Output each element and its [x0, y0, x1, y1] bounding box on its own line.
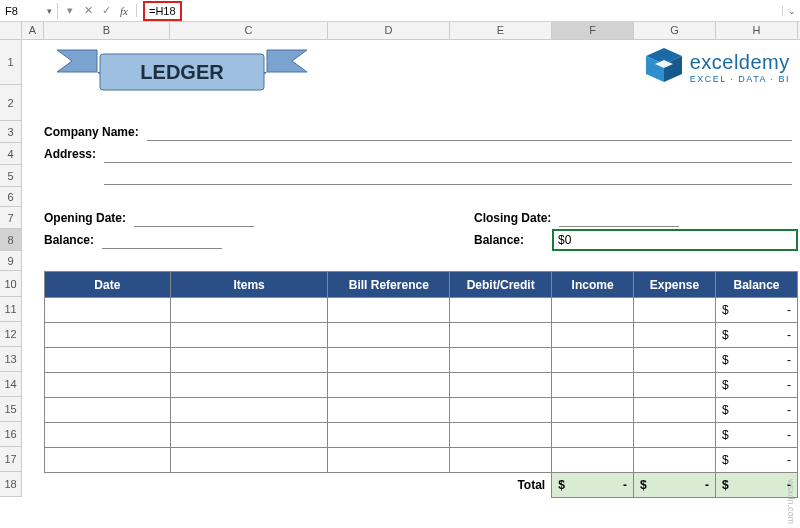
row-header-12[interactable]: 12 — [0, 322, 21, 347]
col-header-c[interactable]: C — [170, 22, 328, 39]
formula-text: =H18 — [143, 1, 182, 21]
row-header-13[interactable]: 13 — [0, 347, 21, 372]
total-expense: $- — [634, 473, 716, 498]
formula-bar: F8 ▾ ▾ ✕ ✓ fx =H18 ⌄ — [0, 0, 800, 22]
row-header-4[interactable]: 4 — [0, 143, 21, 165]
cell-reference: F8 — [5, 5, 18, 17]
col-header-g[interactable]: G — [634, 22, 716, 39]
company-name-input[interactable] — [147, 123, 792, 141]
chevron-down-icon[interactable]: ▾ — [47, 6, 52, 16]
closing-balance-label: Balance: — [474, 233, 532, 247]
name-box[interactable]: F8 ▾ — [0, 3, 58, 19]
logo-main-text: exceldemy — [690, 51, 790, 74]
row-header-14[interactable]: 14 — [0, 372, 21, 397]
row-header-7[interactable]: 7 — [0, 207, 21, 229]
col-header-a[interactable]: A — [22, 22, 44, 39]
col-header-h[interactable]: H — [716, 22, 798, 39]
formula-input[interactable]: =H18 — [137, 0, 782, 23]
table-row[interactable]: $- — [45, 373, 798, 398]
row-header-1[interactable]: 1 — [0, 40, 21, 85]
row-headers: 1 2 3 4 5 6 7 8 9 10 11 12 13 14 15 16 1… — [0, 40, 22, 497]
cancel-icon[interactable]: ✕ — [80, 4, 96, 17]
row-header-8[interactable]: 8 — [0, 229, 21, 251]
exceldemy-icon — [644, 46, 684, 89]
table-total-row: Total $- $- $- — [45, 473, 798, 498]
column-headers: A B C D E F G H — [22, 22, 800, 40]
table-row[interactable]: $- — [45, 348, 798, 373]
th-income: Income — [552, 272, 634, 298]
table-row[interactable]: $- — [45, 423, 798, 448]
closing-balance-value: $0 — [532, 233, 571, 247]
address-input-1[interactable] — [104, 145, 792, 163]
row-header-17[interactable]: 17 — [0, 447, 21, 472]
closing-date-label: Closing Date: — [474, 211, 559, 225]
confirm-icon[interactable]: ✓ — [98, 4, 114, 17]
banner-title: LEDGER — [52, 42, 312, 102]
row-header-18[interactable]: 18 — [0, 472, 21, 497]
row-header-5[interactable]: 5 — [0, 165, 21, 187]
spreadsheet-grid: A B C D E F G H 1 2 3 4 5 6 7 8 9 10 11 … — [0, 22, 800, 497]
company-name-label: Company Name: — [44, 125, 147, 139]
th-date: Date — [45, 272, 171, 298]
row-header-16[interactable]: 16 — [0, 422, 21, 447]
row-header-6[interactable]: 6 — [0, 187, 21, 207]
form-area: Company Name: Address: Address: Opening … — [44, 121, 798, 251]
opening-balance-input[interactable] — [102, 231, 222, 249]
th-items: Items — [170, 272, 328, 298]
row-header-11[interactable]: 11 — [0, 297, 21, 322]
th-dc: Debit/Credit — [450, 272, 552, 298]
col-header-b[interactable]: B — [44, 22, 170, 39]
th-balance: Balance — [716, 272, 798, 298]
chevron-down-icon[interactable]: ▾ — [62, 4, 78, 17]
opening-date-input[interactable] — [134, 209, 254, 227]
row-header-2[interactable]: 2 — [0, 85, 21, 121]
table-row[interactable]: $- — [45, 448, 798, 473]
address-input-2[interactable] — [104, 167, 792, 185]
th-expense: Expense — [634, 272, 716, 298]
col-header-f[interactable]: F — [552, 22, 634, 39]
logo-sub-text: EXCEL · DATA · BI — [690, 74, 790, 84]
closing-date-input[interactable] — [559, 209, 679, 227]
row-header-3[interactable]: 3 — [0, 121, 21, 143]
total-income: $- — [552, 473, 634, 498]
table-row[interactable]: $- — [45, 323, 798, 348]
opening-date-label: Opening Date: — [44, 211, 134, 225]
ledger-banner: LEDGER — [52, 42, 312, 102]
address-label: Address: — [44, 147, 104, 161]
table-header-row: Date Items Bill Reference Debit/Credit I… — [45, 272, 798, 298]
col-header-e[interactable]: E — [450, 22, 552, 39]
watermark: wsxdn.com — [786, 479, 796, 524]
table-row[interactable]: $- — [45, 298, 798, 323]
select-all-corner[interactable] — [0, 22, 22, 40]
total-label: Total — [45, 473, 552, 498]
ledger-table: Date Items Bill Reference Debit/Credit I… — [44, 271, 798, 498]
brand-logo: exceldemy EXCEL · DATA · BI — [644, 46, 790, 89]
row-header-9[interactable]: 9 — [0, 251, 21, 271]
sheet-area[interactable]: LEDGER exceldemy EXCEL · DATA · BI — [22, 40, 800, 497]
formula-bar-buttons: ▾ ✕ ✓ fx — [58, 4, 137, 17]
table-row[interactable]: $- — [45, 398, 798, 423]
row-header-15[interactable]: 15 — [0, 397, 21, 422]
th-bill: Bill Reference — [328, 272, 450, 298]
expand-formula-icon[interactable]: ⌄ — [782, 6, 800, 16]
row-header-10[interactable]: 10 — [0, 271, 21, 297]
opening-balance-label: Balance: — [44, 233, 102, 247]
col-header-d[interactable]: D — [328, 22, 450, 39]
fx-icon[interactable]: fx — [116, 5, 132, 17]
